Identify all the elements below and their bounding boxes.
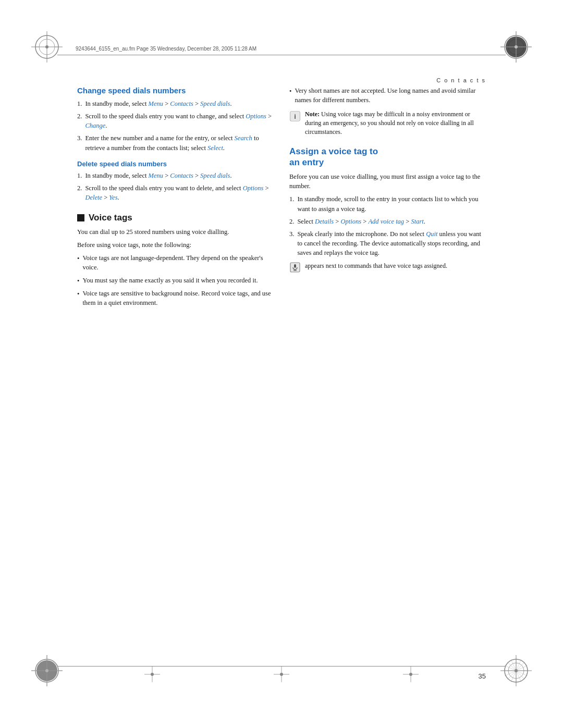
left-column: Change speed dials numbers 1. In standby… <box>77 86 274 658</box>
top-registration-bar <box>57 55 506 55</box>
voice-tags-intro-1: You can dial up to 25 stored numbers usi… <box>77 227 274 237</box>
delete-speed-dials-list: 1. In standby mode, select Menu > Contac… <box>77 171 274 202</box>
bottom-center-mark <box>274 667 289 682</box>
list-item: 3. Enter the new number and a name for t… <box>77 133 274 152</box>
corner-mark-br <box>500 655 532 686</box>
list-item: • Voice tags are sensitive to background… <box>77 289 274 307</box>
section-label: C o n t a c t s <box>436 77 486 83</box>
assign-steps-list: 1. In standby mode, scroll to the entry … <box>289 194 486 257</box>
change-speed-dials-list: 1. In standby mode, select Menu > Contac… <box>77 99 274 153</box>
list-item: 1. In standby mode, scroll to the entry … <box>289 194 486 213</box>
voice-tags-intro-2: Before using voice tags, note the follow… <box>77 240 274 250</box>
right-extra-bullet: • Very short names are not accepted. Use… <box>289 86 486 105</box>
bottom-quarter-mark <box>144 667 160 682</box>
note-icon: i <box>289 110 301 122</box>
corner-mark-tl <box>31 31 63 63</box>
corner-mark-tr <box>500 31 532 63</box>
list-item: 1. In standby mode, select Menu > Contac… <box>77 171 274 180</box>
mic-note-text: appears next to commands that have voice… <box>305 262 447 270</box>
list-item: • Voice tags are not language-dependent.… <box>77 253 274 272</box>
mic-icon <box>289 262 301 273</box>
voice-tags-section-header: Voice tags <box>77 213 274 223</box>
voice-tags-bullet-list: • Voice tags are not language-dependent.… <box>77 253 274 307</box>
right-column: • Very short names are not accepted. Use… <box>289 86 486 658</box>
delete-speed-dials-heading: Delete speed dials numbers <box>77 160 274 168</box>
list-item: • Very short names are not accepted. Use… <box>289 86 486 105</box>
list-item: 1. In standby mode, select Menu > Contac… <box>77 99 274 108</box>
list-item: 2. Scroll to the speed dials entry you w… <box>77 183 274 202</box>
note-content: Note: Using voice tags may be difficult … <box>305 110 486 136</box>
list-item: 2. Scroll to the speed dials entry you w… <box>77 112 274 130</box>
content-area: Change speed dials numbers 1. In standby… <box>77 86 486 658</box>
assign-voice-tag-heading: Assign a voice tag to an entry <box>289 146 486 168</box>
list-item: 2. Select Details > Options > Add voice … <box>289 217 486 226</box>
svg-rect-52 <box>294 264 296 268</box>
note-box: i Note: Using voice tags may be difficul… <box>289 110 486 136</box>
list-item: • You must say the name exactly as you s… <box>77 276 274 286</box>
change-speed-dials-heading: Change speed dials numbers <box>77 86 274 95</box>
header-filename: 9243644_6155_en_au.fm Page 35 Wednesday,… <box>76 46 487 52</box>
page-container: 9243644_6155_en_au.fm Page 35 Wednesday,… <box>0 0 563 728</box>
page-number: 35 <box>479 672 486 680</box>
black-square-icon <box>77 214 84 221</box>
mic-icon-note: appears next to commands that have voice… <box>289 262 486 273</box>
svg-text:i: i <box>294 113 296 120</box>
bottom-three-quarter-mark <box>403 667 419 682</box>
assign-intro: Before you can use voice dialling, you m… <box>289 172 486 191</box>
corner-mark-bl <box>31 655 63 686</box>
list-item: 3. Speak clearly into the microphone. Do… <box>289 229 486 257</box>
